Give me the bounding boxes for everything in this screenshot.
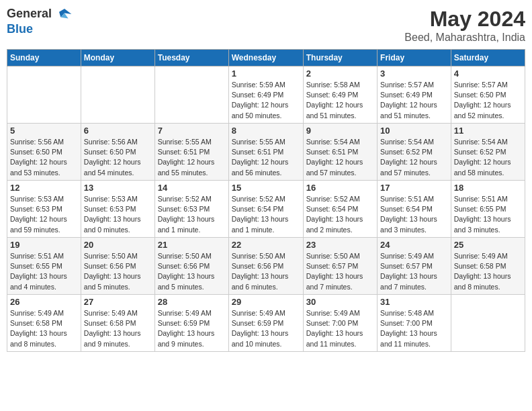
day-info: Sunrise: 5:49 AM Sunset: 6:58 PM Dayligh… <box>10 308 78 349</box>
calendar-cell: 29Sunrise: 5:49 AM Sunset: 6:59 PM Dayli… <box>228 295 303 352</box>
calendar-cell: 22Sunrise: 5:50 AM Sunset: 6:56 PM Dayli… <box>228 238 303 295</box>
day-info: Sunrise: 5:50 AM Sunset: 6:56 PM Dayligh… <box>158 251 226 292</box>
calendar-cell: 23Sunrise: 5:50 AM Sunset: 6:57 PM Dayli… <box>303 238 377 295</box>
calendar-week-row: 19Sunrise: 5:51 AM Sunset: 6:55 PM Dayli… <box>7 238 525 295</box>
calendar-cell: 21Sunrise: 5:50 AM Sunset: 6:56 PM Dayli… <box>154 238 228 295</box>
day-number: 24 <box>380 240 448 250</box>
day-number: 17 <box>380 183 448 193</box>
calendar-cell <box>7 66 81 124</box>
logo: General Blue <box>7 7 73 36</box>
location-subtitle: Beed, Maharashtra, India <box>404 32 525 44</box>
day-number: 4 <box>454 68 522 79</box>
header-thursday: Thursday <box>303 50 377 66</box>
day-number: 14 <box>158 183 226 193</box>
calendar-cell: 12Sunrise: 5:53 AM Sunset: 6:53 PM Dayli… <box>7 181 81 238</box>
day-info: Sunrise: 5:51 AM Sunset: 6:55 PM Dayligh… <box>10 251 78 292</box>
day-info: Sunrise: 5:50 AM Sunset: 6:56 PM Dayligh… <box>84 251 152 292</box>
calendar-cell: 5Sunrise: 5:56 AM Sunset: 6:50 PM Daylig… <box>7 124 81 181</box>
calendar-cell: 31Sunrise: 5:48 AM Sunset: 7:00 PM Dayli… <box>378 295 451 352</box>
day-info: Sunrise: 5:56 AM Sunset: 6:50 PM Dayligh… <box>84 137 152 178</box>
header-wednesday: Wednesday <box>228 50 303 66</box>
logo-bird-icon <box>56 6 73 22</box>
day-number: 22 <box>232 240 300 250</box>
day-number: 5 <box>10 126 78 136</box>
day-info: Sunrise: 5:51 AM Sunset: 6:54 PM Dayligh… <box>380 194 448 235</box>
day-number: 12 <box>10 183 78 193</box>
calendar-cell: 16Sunrise: 5:52 AM Sunset: 6:54 PM Dayli… <box>303 181 377 238</box>
calendar-cell: 18Sunrise: 5:51 AM Sunset: 6:55 PM Dayli… <box>451 181 525 238</box>
calendar-cell: 6Sunrise: 5:56 AM Sunset: 6:50 PM Daylig… <box>81 124 154 181</box>
header-friday: Friday <box>378 50 451 66</box>
calendar-cell: 20Sunrise: 5:50 AM Sunset: 6:56 PM Dayli… <box>81 238 154 295</box>
day-info: Sunrise: 5:54 AM Sunset: 6:52 PM Dayligh… <box>454 137 522 178</box>
day-number: 30 <box>306 297 374 307</box>
day-info: Sunrise: 5:49 AM Sunset: 6:59 PM Dayligh… <box>158 308 226 349</box>
calendar-cell: 1Sunrise: 5:59 AM Sunset: 6:49 PM Daylig… <box>228 66 303 124</box>
header-sunday: Sunday <box>7 50 81 66</box>
day-info: Sunrise: 5:48 AM Sunset: 7:00 PM Dayligh… <box>380 308 448 349</box>
calendar-cell: 28Sunrise: 5:49 AM Sunset: 6:59 PM Dayli… <box>154 295 228 352</box>
day-info: Sunrise: 5:54 AM Sunset: 6:52 PM Dayligh… <box>380 137 448 178</box>
day-info: Sunrise: 5:57 AM Sunset: 6:49 PM Dayligh… <box>380 80 448 121</box>
day-info: Sunrise: 5:49 AM Sunset: 7:00 PM Dayligh… <box>306 308 374 349</box>
day-info: Sunrise: 5:49 AM Sunset: 6:58 PM Dayligh… <box>454 251 522 292</box>
calendar-cell: 9Sunrise: 5:54 AM Sunset: 6:51 PM Daylig… <box>303 124 377 181</box>
day-info: Sunrise: 5:55 AM Sunset: 6:51 PM Dayligh… <box>232 137 300 178</box>
day-info: Sunrise: 5:59 AM Sunset: 6:49 PM Dayligh… <box>232 80 300 121</box>
day-info: Sunrise: 5:57 AM Sunset: 6:50 PM Dayligh… <box>454 80 522 121</box>
day-info: Sunrise: 5:50 AM Sunset: 6:56 PM Dayligh… <box>232 251 300 292</box>
day-number: 11 <box>454 126 522 136</box>
calendar-cell: 13Sunrise: 5:53 AM Sunset: 6:53 PM Dayli… <box>81 181 154 238</box>
calendar-cell: 27Sunrise: 5:49 AM Sunset: 6:58 PM Dayli… <box>81 295 154 352</box>
calendar-header-row: SundayMondayTuesdayWednesdayThursdayFrid… <box>7 50 525 66</box>
day-number: 21 <box>158 240 226 250</box>
day-number: 2 <box>306 68 374 79</box>
day-info: Sunrise: 5:54 AM Sunset: 6:51 PM Dayligh… <box>306 137 374 178</box>
header-monday: Monday <box>81 50 154 66</box>
day-info: Sunrise: 5:53 AM Sunset: 6:53 PM Dayligh… <box>10 194 78 235</box>
calendar-cell: 10Sunrise: 5:54 AM Sunset: 6:52 PM Dayli… <box>378 124 451 181</box>
calendar-cell: 8Sunrise: 5:55 AM Sunset: 6:51 PM Daylig… <box>228 124 303 181</box>
calendar-cell <box>451 295 525 352</box>
calendar-week-row: 5Sunrise: 5:56 AM Sunset: 6:50 PM Daylig… <box>7 124 525 181</box>
calendar-cell: 7Sunrise: 5:55 AM Sunset: 6:51 PM Daylig… <box>154 124 228 181</box>
day-info: Sunrise: 5:52 AM Sunset: 6:53 PM Dayligh… <box>158 194 226 235</box>
calendar-table: SundayMondayTuesdayWednesdayThursdayFrid… <box>7 49 525 352</box>
day-number: 31 <box>380 297 448 307</box>
day-info: Sunrise: 5:52 AM Sunset: 6:54 PM Dayligh… <box>306 194 374 235</box>
calendar-week-row: 12Sunrise: 5:53 AM Sunset: 6:53 PM Dayli… <box>7 181 525 238</box>
calendar-cell: 15Sunrise: 5:52 AM Sunset: 6:54 PM Dayli… <box>228 181 303 238</box>
day-number: 15 <box>232 183 300 193</box>
calendar-cell: 11Sunrise: 5:54 AM Sunset: 6:52 PM Dayli… <box>451 124 525 181</box>
logo-text-general: General <box>7 7 52 20</box>
day-info: Sunrise: 5:53 AM Sunset: 6:53 PM Dayligh… <box>84 194 152 235</box>
day-info: Sunrise: 5:56 AM Sunset: 6:50 PM Dayligh… <box>10 137 78 178</box>
day-number: 3 <box>380 68 448 79</box>
title-section: May 2024 Beed, Maharashtra, India <box>404 7 525 44</box>
logo-text-blue: Blue <box>7 22 33 36</box>
day-number: 25 <box>454 240 522 250</box>
day-number: 20 <box>84 240 152 250</box>
day-number: 8 <box>232 126 300 136</box>
day-number: 10 <box>380 126 448 136</box>
day-info: Sunrise: 5:49 AM Sunset: 6:58 PM Dayligh… <box>84 308 152 349</box>
day-number: 7 <box>158 126 226 136</box>
header-saturday: Saturday <box>451 50 525 66</box>
calendar-cell: 24Sunrise: 5:49 AM Sunset: 6:57 PM Dayli… <box>378 238 451 295</box>
calendar-cell: 3Sunrise: 5:57 AM Sunset: 6:49 PM Daylig… <box>378 66 451 124</box>
day-number: 6 <box>84 126 152 136</box>
calendar-cell: 2Sunrise: 5:58 AM Sunset: 6:49 PM Daylig… <box>303 66 377 124</box>
calendar-cell: 14Sunrise: 5:52 AM Sunset: 6:53 PM Dayli… <box>154 181 228 238</box>
day-number: 26 <box>10 297 78 307</box>
calendar-week-row: 1Sunrise: 5:59 AM Sunset: 6:49 PM Daylig… <box>7 66 525 124</box>
month-year-title: May 2024 <box>404 7 525 32</box>
day-number: 1 <box>232 68 300 79</box>
day-number: 18 <box>454 183 522 193</box>
day-number: 23 <box>306 240 374 250</box>
day-number: 13 <box>84 183 152 193</box>
calendar-cell <box>81 66 154 124</box>
calendar-cell: 4Sunrise: 5:57 AM Sunset: 6:50 PM Daylig… <box>451 66 525 124</box>
day-number: 28 <box>158 297 226 307</box>
day-number: 27 <box>84 297 152 307</box>
header-tuesday: Tuesday <box>154 50 228 66</box>
